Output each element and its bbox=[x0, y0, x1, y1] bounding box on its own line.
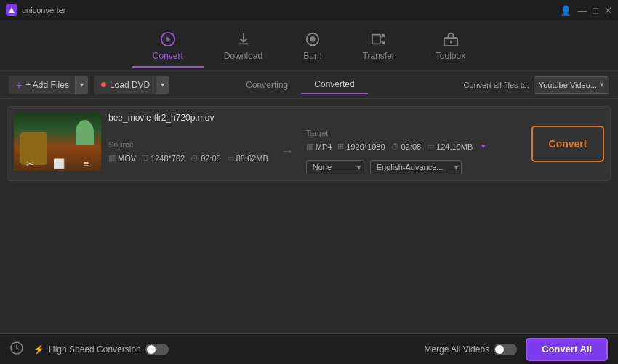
target-resolution: 1920*1080 bbox=[346, 142, 385, 151]
tabs-group: Converting Converted bbox=[233, 76, 367, 94]
bottom-left: ⚡ High Speed Conversion bbox=[10, 341, 169, 357]
load-dvd-group: Load DVD ▾ bbox=[94, 76, 169, 94]
source-box: Source ▦ MOV ⊞ 1248*702 ⏱ 02:08 bbox=[108, 140, 268, 163]
effect-select[interactable]: None bbox=[306, 160, 364, 174]
target-size: 124.19MB bbox=[436, 142, 473, 151]
target-settings-icon[interactable]: ▾ bbox=[481, 142, 486, 151]
burn-nav-icon bbox=[304, 31, 321, 48]
user-icon[interactable]: 👤 bbox=[560, 5, 571, 16]
restore-icon[interactable]: □ bbox=[593, 5, 598, 16]
convert-nav-icon bbox=[159, 31, 177, 48]
dropdowns-row: None English-Advance... bbox=[306, 160, 486, 174]
toggle-knob bbox=[147, 345, 156, 354]
language-select-wrapper: English-Advance... bbox=[370, 160, 462, 174]
nav-label-toolbox: Toolbox bbox=[436, 51, 465, 61]
tab-converting[interactable]: Converting bbox=[233, 76, 301, 94]
plus-icon: + bbox=[16, 79, 22, 91]
titlebar: uniconverter 👤 — □ ✕ bbox=[0, 0, 618, 20]
load-dvd-label: Load DVD bbox=[110, 80, 150, 90]
source-duration: 02:08 bbox=[201, 154, 221, 163]
app-logo bbox=[6, 4, 17, 16]
resolution-icon: ⊞ bbox=[142, 153, 148, 163]
svg-rect-6 bbox=[372, 34, 380, 44]
source-label: Source bbox=[108, 140, 268, 149]
merge-toggle-knob bbox=[495, 345, 504, 354]
svg-marker-0 bbox=[9, 7, 15, 13]
target-size-item: ▭ 124.19MB bbox=[427, 142, 473, 151]
transfer-nav-icon bbox=[370, 31, 388, 48]
source-resolution: 1248*702 bbox=[151, 154, 185, 163]
minimize-icon[interactable]: — bbox=[577, 5, 587, 16]
target-resolution-item: ⊞ 1920*1080 bbox=[337, 142, 385, 151]
convert-all-label: Convert All bbox=[542, 344, 592, 355]
clock-icon[interactable] bbox=[10, 341, 23, 357]
load-dvd-dropdown-button[interactable]: ▾ bbox=[156, 76, 169, 94]
navbar: Convert Download Burn Tran bbox=[0, 20, 618, 71]
convert-all-button[interactable]: Convert All bbox=[526, 338, 608, 361]
format-select[interactable]: Youtube Video... ▾ bbox=[534, 76, 609, 94]
thumbnail-controls: ✂ ⬜ ≡ bbox=[14, 158, 101, 169]
bottombar: ⚡ High Speed Conversion Merge All Videos… bbox=[0, 333, 618, 364]
file-details: bee_movie-tlr2_h720p.mov Source ▦ MOV ⊞ … bbox=[108, 113, 524, 174]
nav-item-convert[interactable]: Convert bbox=[132, 25, 204, 67]
svg-marker-2 bbox=[166, 36, 171, 41]
target-format-item: ▦ MP4 bbox=[306, 142, 332, 151]
file-name: bee_movie-tlr2_h720p.mov bbox=[108, 113, 524, 123]
high-speed-toggle[interactable] bbox=[145, 344, 169, 355]
high-speed-label: High Speed Conversion bbox=[49, 344, 141, 355]
conversion-arrow: → bbox=[277, 144, 297, 159]
target-label: Target bbox=[306, 129, 486, 137]
file-item: ✂ ⬜ ≡ bee_movie-tlr2_h720p.mov Source ▦ … bbox=[7, 106, 611, 181]
source-format-icon: ▦ bbox=[108, 153, 116, 163]
format-dropdown-arrow: ▾ bbox=[600, 80, 604, 89]
nav-label-convert: Convert bbox=[153, 51, 183, 61]
source-format: MOV bbox=[118, 154, 136, 163]
target-format: MP4 bbox=[316, 142, 332, 151]
speed-bolt-icon: ⚡ bbox=[33, 344, 44, 355]
convert-button[interactable]: Convert bbox=[531, 126, 604, 162]
nav-item-burn[interactable]: Burn bbox=[283, 25, 342, 67]
nav-label-burn: Burn bbox=[303, 51, 321, 61]
merge-label-text: Merge All Videos bbox=[424, 344, 489, 355]
tab-converted[interactable]: Converted bbox=[301, 76, 367, 94]
size-icon: ▭ bbox=[227, 153, 234, 163]
target-duration: 02:08 bbox=[401, 142, 422, 151]
titlebar-left: uniconverter bbox=[6, 4, 66, 16]
source-duration-item: ⏱ 02:08 bbox=[190, 154, 221, 163]
source-size-item: ▭ 88.62MB bbox=[227, 153, 268, 163]
source-size: 88.62MB bbox=[236, 154, 268, 163]
merge-group: Merge All Videos bbox=[424, 344, 517, 355]
format-value: Youtube Video... bbox=[539, 81, 597, 89]
nav-label-transfer: Transfer bbox=[363, 51, 395, 61]
nav-label-download: Download bbox=[224, 51, 262, 61]
duration-icon: ⏱ bbox=[190, 154, 198, 163]
download-nav-icon bbox=[235, 31, 252, 48]
target-duration-item: ⏱ 02:08 bbox=[391, 142, 422, 151]
language-select[interactable]: English-Advance... bbox=[370, 160, 462, 174]
nav-item-toolbox[interactable]: Toolbox bbox=[415, 25, 486, 67]
target-duration-icon: ⏱ bbox=[391, 142, 399, 151]
load-dvd-button[interactable]: Load DVD bbox=[94, 76, 156, 94]
nav-item-download[interactable]: Download bbox=[204, 25, 283, 67]
convert-all-files-group: Convert all files to: Youtube Video... ▾ bbox=[463, 76, 609, 94]
none-select-wrapper: None bbox=[306, 160, 364, 174]
effects-icon[interactable]: ≡ bbox=[83, 158, 89, 169]
dvd-dot-icon bbox=[101, 82, 106, 87]
add-files-dropdown-button[interactable]: ▾ bbox=[75, 76, 88, 94]
trim-icon[interactable]: ✂ bbox=[26, 158, 34, 169]
toolbox-nav-icon bbox=[442, 31, 460, 48]
target-info: ▦ MP4 ⊞ 1920*1080 ⏱ 02:08 ▭ bbox=[306, 142, 486, 151]
close-icon[interactable]: ✕ bbox=[604, 5, 612, 16]
nav-item-transfer[interactable]: Transfer bbox=[342, 25, 415, 67]
add-files-group: + + Add Files ▾ bbox=[9, 76, 88, 94]
bottom-right: Merge All Videos Convert All bbox=[424, 338, 608, 361]
conversion-row: Source ▦ MOV ⊞ 1248*702 ⏱ 02:08 bbox=[108, 129, 524, 174]
add-files-button[interactable]: + + Add Files bbox=[9, 76, 75, 94]
crop-icon[interactable]: ⬜ bbox=[53, 158, 65, 169]
speed-group: ⚡ High Speed Conversion bbox=[33, 344, 169, 355]
merge-toggle[interactable] bbox=[494, 344, 517, 355]
convert-all-files-label: Convert all files to: bbox=[463, 81, 529, 89]
target-format-icon: ▦ bbox=[306, 142, 313, 151]
toolbar: + + Add Files ▾ Load DVD ▾ Converting Co… bbox=[0, 71, 618, 99]
app-name: uniconverter bbox=[22, 6, 66, 15]
